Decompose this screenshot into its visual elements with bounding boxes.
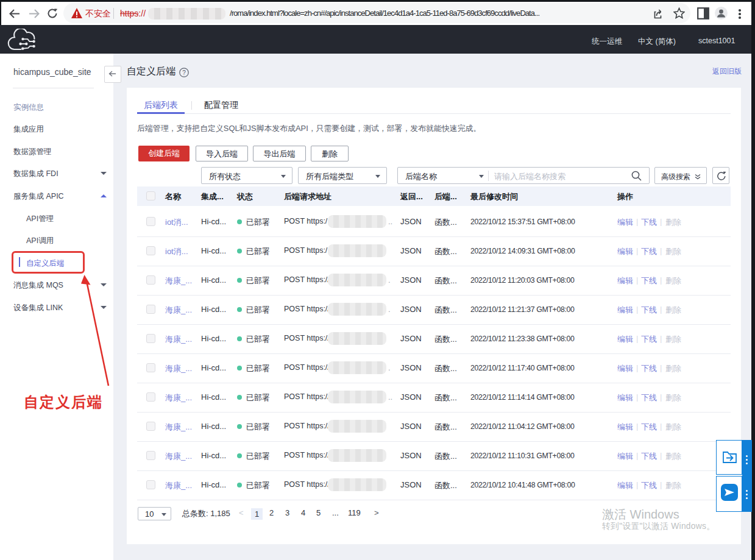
svg-text:?: ? bbox=[182, 69, 186, 76]
